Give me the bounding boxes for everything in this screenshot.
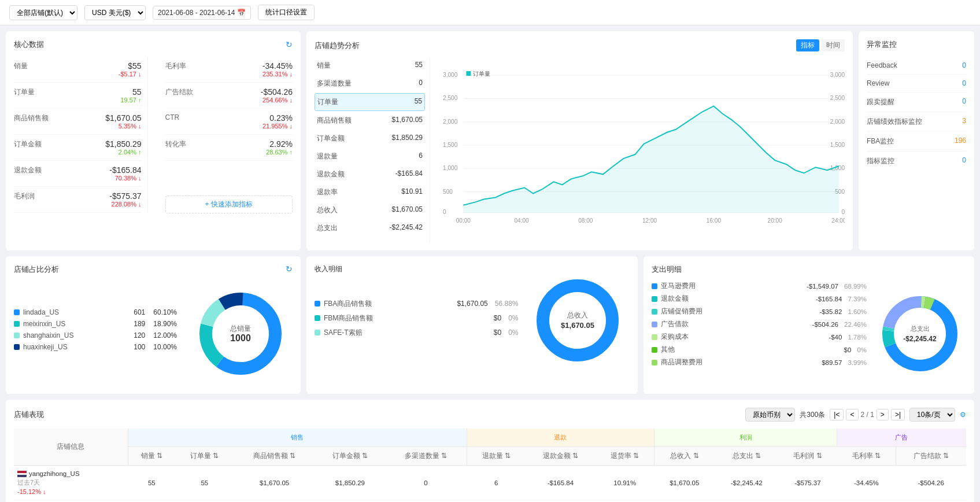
per-page-select[interactable]: 10条/页: [909, 408, 955, 422]
metric-conversion-value: 2.92%: [266, 139, 293, 149]
td-refund-rate: 10.91%: [596, 466, 654, 500]
td-total-income: $1,670.05: [654, 466, 715, 500]
income-donut-value: $1,670.05: [561, 321, 594, 330]
tab-indicator[interactable]: 指标: [796, 39, 819, 51]
income-pct-safe: 0%: [508, 328, 518, 337]
date-picker[interactable]: 2021-06-08 - 2021-06-14 📅: [153, 6, 251, 20]
store-share-panel: 店铺占比分析 ↻ lindada_US 601 60.10% meixinxin…: [6, 256, 301, 394]
svg-text:04:00: 04:00: [514, 217, 529, 224]
currency-select-table[interactable]: 原始币别: [745, 408, 795, 422]
trend-metric-multichannel[interactable]: 多渠道数量 0: [315, 75, 425, 92]
currency-select[interactable]: USD 美元($): [84, 5, 146, 20]
trend-title: 店铺趋势分析: [315, 40, 360, 51]
td-multi-channel: 0: [385, 466, 467, 500]
performance-table: 店铺信息 销售 退款 利润 广告 销量 ⇅ 订单量 ⇅ 商品销售额 ⇅ 订单金额…: [14, 429, 966, 500]
income-donut-label: 总收入: [567, 311, 588, 319]
metric-ad-payment-value: -$504.26: [261, 87, 293, 97]
store-performance-section: 店铺表现 原始币别 共300条 |< < 2 / 1 > >| 10条/页 ⚙ …: [6, 400, 974, 502]
date-range-text: 2021-06-08 - 2021-06-14: [158, 9, 235, 17]
metric-orders-value: 55: [120, 87, 141, 97]
th-refund-amount: 退款金额 ⇅: [526, 447, 596, 466]
store-period: 过去7天: [17, 478, 124, 487]
anomaly-review: Review 0: [867, 75, 966, 93]
metric-gross-margin-value: -34.45%: [262, 61, 293, 71]
trend-chart: 3,000 2,500 2,000 1,500 1,000 500 0: [430, 57, 845, 242]
svg-text:24:00: 24:00: [831, 217, 845, 224]
anomaly-review-value: 0: [962, 79, 966, 87]
expense-promo: 店铺促销费用 -$35.82 1.60%: [652, 307, 867, 316]
trend-metric-sales[interactable]: 销量 55: [315, 57, 425, 74]
store-meixinxin: meixinxin_US 189 18.90%: [14, 320, 177, 328]
svg-text:订单量: 订单量: [473, 71, 490, 77]
income-pct-fbm: 0%: [508, 314, 518, 322]
anomaly-indicator-value: 0: [962, 156, 966, 166]
metric-sales-change: -$5.17 ↓: [119, 71, 142, 77]
metrics-right-col: 毛利率 -34.45% 235.31% ↓ 广告结款 -$504.26 254.…: [148, 57, 293, 213]
trend-metric-refund-qty[interactable]: 退款量 6: [315, 148, 425, 165]
trend-metric-product-revenue[interactable]: 商品销售额 $1,670.05: [315, 112, 425, 129]
page-first-btn[interactable]: |<: [830, 409, 844, 420]
metric-product-sales: 商品销售额 $1,670.05 5.35% ↓: [14, 109, 142, 135]
metric-ad-payment: 广告结款 -$504.26 254.66% ↓: [165, 83, 293, 109]
income-dot-fbm: [315, 315, 320, 321]
metric-ctr: CTR 0.23% 21.955% ↓: [165, 109, 293, 135]
metric-refund-change: 70.38% ↓: [109, 175, 141, 182]
metric-product-sales-change: 5.35% ↓: [105, 123, 141, 130]
trend-metric-order-amount[interactable]: 订单金额 $1,850.29: [315, 130, 425, 147]
store-share-donut: 总销量 1000: [188, 282, 293, 386]
page-prev-btn[interactable]: <: [846, 409, 858, 420]
table-settings-icon[interactable]: ⚙: [960, 411, 966, 419]
income-dot-fba: [315, 301, 320, 307]
trend-metric-total-expense[interactable]: 总支出 -$2,245.42: [315, 220, 425, 237]
tab-time[interactable]: 时间: [822, 39, 845, 51]
trend-metric-orders[interactable]: 订单量 55: [315, 93, 425, 111]
metric-gross-margin: 毛利率 -34.45% 235.31% ↓: [165, 57, 293, 83]
trend-metric-total-income[interactable]: 总收入 $1,670.05: [315, 202, 425, 219]
td-total-expense: -$2,245.42: [715, 466, 779, 500]
store-huaxinkeji: huaxinkeji_US 100 10.00%: [14, 343, 177, 351]
svg-text:2,000: 2,000: [830, 119, 845, 125]
anomaly-title: 异常监控: [867, 39, 966, 50]
anomaly-fba-label: FBA监控: [867, 136, 894, 146]
store-count-meixinxin: 189: [134, 320, 145, 328]
metric-gross-profit-label: 毛利润: [14, 191, 35, 201]
th-refund-group: 退款: [467, 429, 654, 447]
metric-gross-margin-change: 235.31% ↓: [262, 71, 293, 77]
total-records: 共300条: [800, 410, 825, 420]
th-gross-profit: 毛利润 ⇅: [778, 447, 837, 466]
td-sales: 55: [128, 466, 175, 500]
metric-ctr-label: CTR: [165, 113, 180, 121]
expense-donut-value: -$2,245.42: [903, 335, 937, 343]
store-share-title: 店铺占比分析: [14, 264, 59, 275]
expense-refund: 退款金额 -$165.84 7.39%: [652, 294, 867, 303]
th-total-expense: 总支出 ⇅: [715, 447, 779, 466]
metric-gross-margin-label: 毛利率: [165, 61, 186, 71]
th-ad-group: 广告: [837, 429, 966, 447]
store-count-shanghaixin: 120: [134, 331, 145, 339]
td-refund-qty: 6: [467, 466, 526, 500]
pagination: |< < 2 / 1 > >|: [830, 409, 905, 420]
trend-tabs: 指标 时间: [796, 39, 845, 51]
svg-text:2,500: 2,500: [830, 95, 845, 101]
income-dot-safe: [315, 330, 320, 335]
income-safe: SAFE-T索赔 $0 0%: [315, 328, 519, 338]
page-last-btn[interactable]: >|: [891, 409, 905, 420]
stats-config-btn[interactable]: 统计口径设置: [258, 5, 315, 20]
trend-metric-refund-rate[interactable]: 退款率 $10.91: [315, 184, 425, 201]
trend-metric-refund-amount[interactable]: 退款金额 -$165.84: [315, 166, 425, 183]
metric-orders-change: 19.57 ↑: [120, 97, 141, 104]
th-refund-qty: 退款量 ⇅: [467, 447, 526, 466]
metric-conversion: 转化率 2.92% 28.63% ↑: [165, 135, 293, 161]
metric-ctr-value: 0.23%: [262, 113, 293, 123]
refresh-icon[interactable]: ↻: [286, 40, 293, 49]
donut-center-value: 1000: [230, 333, 251, 343]
svg-text:2,000: 2,000: [443, 119, 458, 125]
trend-metrics-list: 销量 55 多渠道数量 0 订单量 55 商品销售额 $1,670.05 订单金…: [315, 57, 430, 242]
page-next-btn[interactable]: >: [877, 409, 889, 420]
metric-orders-label: 订单量: [14, 87, 35, 97]
add-metric-btn[interactable]: + 快速添加指标: [165, 195, 293, 213]
store-select[interactable]: 全部店铺(默认): [9, 5, 77, 20]
income-val-fbm: $0: [494, 314, 501, 322]
anomaly-indicator: 指标监控 0: [867, 152, 966, 171]
store-share-refresh[interactable]: ↻: [286, 264, 293, 275]
